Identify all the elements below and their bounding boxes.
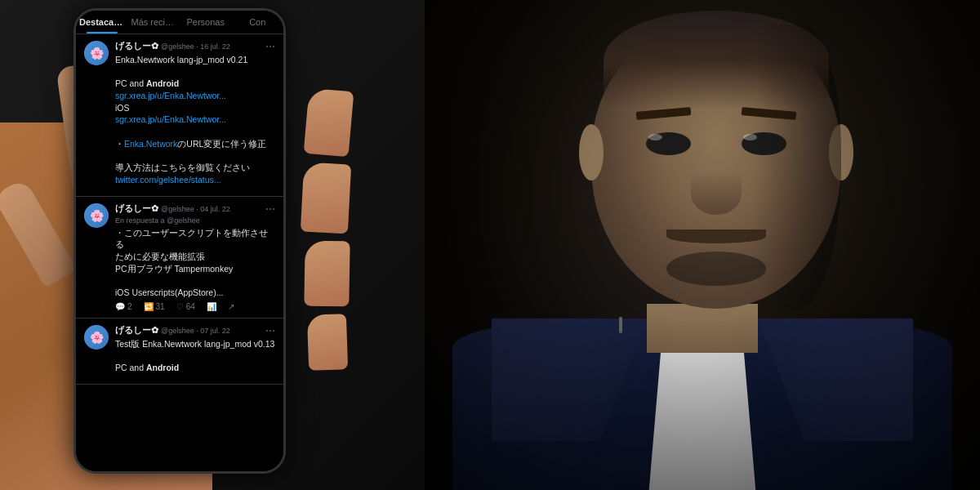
tweet-more-icon[interactable]: ⋯ — [265, 325, 275, 336]
like-action[interactable]: ♡ 64 — [176, 302, 195, 311]
avatar: 🌸 — [84, 203, 109, 228]
tweet-header: げるしー✿ @gelshee · 16 jul. 22 ⋯ — [115, 41, 275, 52]
tweet-item: 🌸 げるしー✿ @gelshee · 07 jul. 22 ⋯ Test版 En… — [76, 318, 283, 385]
tweet-username: げるしー✿ — [115, 41, 158, 52]
tab-destacados[interactable]: Destacados — [76, 11, 128, 33]
comment-action[interactable]: 💬 2 — [115, 302, 132, 311]
mouth — [666, 229, 766, 243]
avatar: 🌸 — [84, 325, 109, 350]
retweet-count: 31 — [156, 302, 165, 311]
guide-line: 導入方法はこちらを御覧ください — [115, 163, 250, 172]
twitter-link[interactable]: twitter.com/gelshee/status... — [115, 175, 221, 185]
tweet-username: げるしー✿ — [115, 325, 158, 336]
jp-line-1: ・このユーザースクリプトを動作させる — [115, 228, 268, 250]
tweet-body: Enka.Newtwork lang-jp_mod v0.21 PC and A… — [115, 54, 275, 186]
head — [591, 24, 841, 309]
tweet-more-icon[interactable]: ⋯ — [265, 41, 275, 52]
tweets-container: 🌸 げるしー✿ @gelshee · 16 jul. 22 ⋯ Enka.New… — [76, 34, 283, 438]
phone-in-hand: Destacados Más recientes Personas Con 🌸 — [0, 0, 425, 490]
tweet-title-line-3: Test版 Enka.Newtwork lang-jp_mod v0.13 — [115, 339, 274, 349]
comment-count: 2 — [127, 302, 132, 311]
like-count: 64 — [186, 302, 195, 311]
jp-line-4: iOS Userscripts(AppStore)... — [115, 287, 223, 297]
tab-personas[interactable]: Personas — [180, 11, 232, 33]
tabs-row: Destacados Más recientes Personas Con — [76, 11, 283, 34]
face-shadow — [754, 24, 841, 309]
tweet-content: げるしー✿ @gelshee · 07 jul. 22 ⋯ Test版 Enka… — [115, 325, 275, 377]
share-action[interactable]: ↗ — [228, 302, 234, 311]
avatar-image: 🌸 — [84, 203, 109, 228]
tweet-body: ・このユーザースクリプトを動作させる ために必要な機能拡張 PC用ブラウザ Ta… — [115, 227, 275, 299]
tweet-date: @gelshee · 04 jul. 22 — [161, 205, 230, 213]
neck — [647, 304, 758, 353]
link-2[interactable]: sgr.xrea.jp/u/Enka.Newtwor... — [115, 114, 226, 124]
avatar-image: 🌸 — [84, 325, 109, 350]
nose — [691, 172, 741, 215]
retweet-icon: 🔁 — [144, 302, 154, 311]
pc-android-line: PC and Android — [115, 78, 179, 88]
tweet-content: げるしー✿ @gelshee · 16 jul. 22 ⋯ Enka.Newtw… — [115, 41, 275, 189]
link-1[interactable]: sgr.xrea.jp/u/Enka.Newtwor... — [115, 91, 226, 100]
tweet-header: げるしー✿ @gelshee · 04 jul. 22 ⋯ — [115, 203, 275, 215]
jp-line-3: PC用ブラウザ Tampermonkey — [115, 264, 233, 274]
pc-android-line-3: PC and Android — [115, 363, 179, 372]
android-bold: Android — [146, 78, 179, 88]
tweet-item: 🌸 げるしー✿ @gelshee · 04 jul. 22 ⋯ En respu… — [76, 197, 283, 318]
comment-icon: 💬 — [115, 302, 125, 311]
tab-con[interactable]: Con — [232, 11, 284, 33]
phone-frame: Destacados Más recientes Personas Con 🌸 — [74, 8, 286, 474]
tweet-body: Test版 Enka.Newtwork lang-jp_mod v0.13 PC… — [115, 338, 275, 374]
views-action[interactable]: 📊 — [207, 302, 216, 311]
like-icon: ♡ — [176, 302, 184, 311]
share-icon: ↗ — [228, 302, 234, 311]
reply-indicator: En respuesta a @gelshee — [115, 216, 275, 225]
avatar-image: 🌸 — [84, 41, 109, 65]
tweet-title-line: Enka.Newtwork lang-jp_mod v0.21 — [115, 55, 247, 65]
tweet-header: げるしー✿ @gelshee · 07 jul. 22 ⋯ — [115, 325, 275, 336]
enka-network-link[interactable]: Enka.Network — [124, 139, 177, 149]
chin-shadow — [666, 252, 766, 286]
phone-wrapper: Destacados Más recientes Personas Con 🌸 — [74, 8, 286, 474]
avatar: 🌸 — [84, 41, 109, 65]
views-icon: 📊 — [207, 302, 216, 311]
retweet-action[interactable]: 🔁 31 — [144, 302, 165, 311]
tweet-item: 🌸 げるしー✿ @gelshee · 16 jul. 22 ⋯ Enka.New… — [76, 34, 283, 197]
android-bold-3: Android — [146, 363, 179, 372]
person-portrait — [425, 0, 980, 490]
tweet-content: げるしー✿ @gelshee · 04 jul. 22 ⋯ En respues… — [115, 203, 275, 311]
microphone-icon — [619, 317, 622, 333]
tweet-more-icon[interactable]: ⋯ — [265, 203, 275, 215]
tweet-actions: 💬 2 🔁 31 ♡ 64 — [115, 302, 275, 311]
jp-line-2: ために必要な機能拡張 — [115, 252, 205, 261]
right-side-photo — [425, 0, 980, 490]
tweet-date: @gelshee · 07 jul. 22 — [161, 327, 230, 335]
tab-mas-recientes[interactable]: Más recientes — [128, 11, 180, 33]
tweet-username: げるしー✿ — [115, 203, 158, 215]
bullet-line: ・Enka.NetworkのURL変更に伴う修正 — [115, 139, 266, 149]
ios-label: iOS — [115, 103, 130, 113]
phone-screen: Destacados Más recientes Personas Con 🌸 — [76, 11, 283, 471]
tweet-date: @gelshee · 16 jul. 22 — [161, 42, 230, 51]
photo-canvas — [425, 0, 980, 490]
